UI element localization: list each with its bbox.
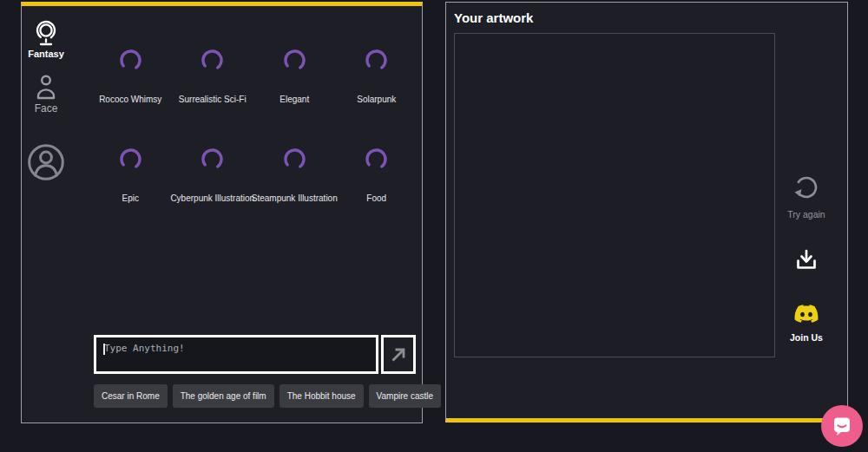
loading-spinner-icon — [365, 49, 388, 72]
try-again-button[interactable]: Try again — [787, 174, 825, 219]
fantasy-globe-icon — [32, 20, 60, 46]
face-person-icon — [35, 74, 57, 100]
sidebar-item-face[interactable]: Face — [22, 74, 70, 115]
style-option-steampunk-illustration[interactable]: Steampunk Illustration — [253, 140, 336, 239]
style-option-epic[interactable]: Epic — [89, 140, 172, 239]
prompt-input-row — [94, 335, 416, 374]
loading-spinner-icon — [283, 147, 306, 171]
suggestion-chip[interactable]: The Hobbit house — [279, 384, 364, 408]
join-us-label: Join Us — [790, 332, 823, 343]
style-option-label: Surrealistic Sci-Fi — [179, 95, 247, 104]
style-option-label: Food — [366, 193, 386, 203]
profile-avatar-button[interactable] — [26, 142, 66, 182]
prompt-suggestions: Cesar in Rome The golden age of film The… — [94, 384, 441, 408]
style-option-label: Epic — [122, 193, 139, 203]
arrow-up-right-icon — [387, 344, 410, 366]
prompt-input[interactable] — [96, 337, 376, 371]
style-option-surrealistic-sci-fi[interactable]: Surrealistic Sci-Fi — [172, 41, 254, 140]
artwork-panel: Your artwork Try again Join Us — [445, 2, 848, 423]
sidebar-item-fantasy[interactable]: Fantasy — [22, 20, 70, 59]
try-again-label: Try again — [787, 209, 825, 219]
sidebar-item-label: Fantasy — [28, 49, 64, 59]
loading-spinner-icon — [201, 49, 224, 72]
suggestion-chip[interactable]: Vampire castle — [369, 384, 441, 408]
suggestion-chip[interactable]: Cesar in Rome — [94, 384, 168, 408]
style-option-label: Rococo Whimsy — [99, 95, 161, 104]
avatar-icon — [26, 142, 66, 182]
chat-widget-button[interactable] — [821, 405, 863, 447]
artwork-display-area — [454, 33, 775, 357]
loading-spinner-icon — [283, 49, 306, 72]
refresh-icon — [792, 174, 821, 202]
loading-spinner-icon — [201, 147, 224, 171]
sidebar-item-label: Face — [35, 102, 58, 115]
style-option-label: Elegant — [279, 95, 309, 104]
loading-spinner-icon — [119, 49, 142, 72]
style-option-rococo-whimsy[interactable]: Rococo Whimsy — [89, 41, 172, 140]
loading-spinner-icon — [119, 147, 142, 171]
join-discord-button[interactable]: Join Us — [790, 302, 823, 343]
text-caret — [103, 344, 105, 355]
style-option-label: Solarpunk — [357, 95, 396, 104]
artwork-actions: Try again Join Us — [784, 174, 829, 343]
style-option-elegant[interactable]: Elegant — [253, 41, 336, 140]
style-option-food[interactable]: Food — [336, 140, 418, 239]
loading-spinner-icon — [365, 147, 388, 171]
chat-bubble-icon — [830, 414, 854, 438]
download-icon — [793, 247, 819, 272]
download-button[interactable] — [793, 247, 819, 276]
style-option-solarpunk[interactable]: Solarpunk — [336, 41, 418, 140]
style-picker-panel: Fantasy Face Rococo Whimsy Surrealistic … — [21, 2, 423, 423]
artwork-panel-title: Your artwork — [454, 10, 533, 25]
send-prompt-button[interactable] — [381, 335, 416, 374]
style-option-label: Cyberpunk Illustration — [170, 193, 254, 203]
suggestion-chip[interactable]: The golden age of film — [173, 384, 274, 408]
style-options-grid: Rococo Whimsy Surrealistic Sci-Fi Elegan… — [89, 41, 418, 239]
discord-icon — [791, 302, 822, 325]
style-option-cyberpunk-illustration[interactable]: Cyberpunk Illustration — [172, 140, 254, 239]
style-option-label: Steampunk Illustration — [252, 193, 338, 203]
prompt-input-box — [94, 335, 378, 374]
